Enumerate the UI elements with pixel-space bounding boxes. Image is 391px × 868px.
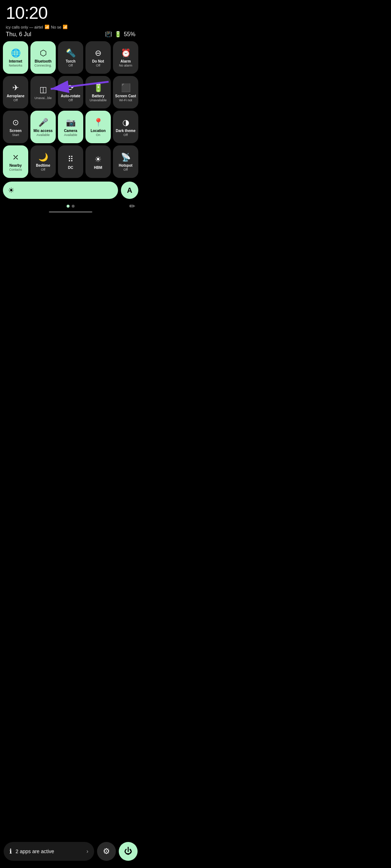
hbm-icon: ☀ bbox=[94, 156, 102, 163]
tile-hbm[interactable]: ☀HBM bbox=[85, 145, 111, 178]
mic-icon: 🎤 bbox=[38, 119, 48, 127]
alarm-label: Alarm bbox=[121, 59, 131, 63]
tile-nearby[interactable]: ⤫NearbyContacts bbox=[3, 145, 28, 178]
nearby-sublabel: Contacts bbox=[9, 168, 22, 172]
quick-settings-grid: 🌐InternetNetworks⬡BluetoothConnecting.🔦T… bbox=[0, 41, 141, 178]
page-dot-1 bbox=[67, 205, 70, 208]
mic-label: Mic access bbox=[34, 129, 53, 133]
screencast-icon: ⬛ bbox=[121, 84, 131, 92]
camera-sublabel: Available bbox=[64, 133, 77, 137]
edit-icon[interactable]: ✏ bbox=[129, 202, 135, 210]
date-battery-row: Thu, 6 Jul 📳 🔋 55% bbox=[0, 31, 141, 41]
tile-bedtime[interactable]: 🌙BedtimeOff bbox=[30, 145, 56, 178]
hotspot-label: Hotspot bbox=[119, 163, 133, 167]
internet-icon: 🌐 bbox=[11, 49, 21, 57]
do-not-icon: ⊖ bbox=[95, 49, 101, 57]
darktheme-icon: ◑ bbox=[122, 119, 129, 127]
battery-icon: 🔋 bbox=[114, 31, 122, 38]
darktheme-sublabel: Off bbox=[123, 133, 128, 137]
tile-screencast[interactable]: ⬛Screen CastWi-Fi not bbox=[113, 76, 138, 109]
hotspot-sublabel: Off bbox=[123, 168, 128, 172]
status-bar: 10:20 icy calls only — airtel 📶 No se 📶 bbox=[0, 0, 141, 31]
date-display: Thu, 6 Jul bbox=[6, 31, 31, 38]
home-indicator bbox=[49, 211, 92, 213]
tile-do-not[interactable]: ⊖Do NotOff bbox=[85, 41, 111, 74]
carrier1-text: icy calls only — airtel bbox=[6, 25, 43, 29]
tile-location[interactable]: 📍LocationOn bbox=[85, 111, 111, 143]
darktheme-label: Dark theme bbox=[116, 129, 135, 133]
signal2-icon: 📶 bbox=[63, 25, 68, 29]
brightness-row[interactable]: ☀ A bbox=[0, 178, 141, 200]
screencast-label: Screen Cast bbox=[115, 94, 136, 98]
camera-label: Camera bbox=[64, 129, 77, 133]
page-indicator: ✏ bbox=[0, 200, 141, 209]
tile-screen[interactable]: ⊙ScreenStart bbox=[3, 111, 28, 143]
time-display: 10:20 bbox=[6, 4, 68, 22]
tile-auto-rotate[interactable]: ⟳Auto-rotateOff bbox=[58, 76, 83, 109]
bluetooth-sublabel: Connecting. bbox=[34, 64, 52, 68]
tile-alarm[interactable]: ⏰AlarmNo alarm bbox=[113, 41, 138, 74]
battery-percent: 55% bbox=[124, 31, 135, 38]
carrier2-text: No se bbox=[51, 25, 62, 29]
alarm-sublabel: No alarm bbox=[119, 64, 133, 68]
signal-icon: 📶 bbox=[45, 25, 50, 29]
auto-brightness-icon: A bbox=[127, 186, 132, 195]
tile-torch[interactable]: 🔦TorchOff bbox=[58, 41, 83, 74]
brightness-icon: ☀ bbox=[8, 186, 14, 195]
tile-bluetooth[interactable]: ⬡BluetoothConnecting. bbox=[30, 41, 56, 74]
bluetooth-label: Bluetooth bbox=[35, 59, 52, 63]
alarm-icon: ⏰ bbox=[121, 49, 131, 57]
dc-label: DC bbox=[68, 166, 73, 170]
nearby-label: Nearby bbox=[9, 163, 22, 167]
brightness-slider[interactable]: ☀ bbox=[3, 182, 118, 199]
page-dot-2 bbox=[72, 205, 75, 208]
battery-label: Battery bbox=[92, 94, 104, 98]
tile-dc[interactable]: ⠿DC bbox=[58, 145, 83, 178]
auto-rotate-sublabel: Off bbox=[68, 99, 73, 102]
camera-icon: 📷 bbox=[66, 119, 76, 127]
tile-battery[interactable]: 🔋BatteryUnavailable bbox=[85, 76, 111, 109]
auto-rotate-label: Auto-rotate bbox=[61, 94, 80, 98]
battery-icon: 🔋 bbox=[93, 84, 103, 92]
screencast-sublabel: Wi-Fi not bbox=[119, 99, 132, 102]
torch-label: Torch bbox=[66, 59, 75, 63]
aeroplane-sublabel: Off bbox=[13, 99, 18, 102]
dc-icon: ⠿ bbox=[68, 156, 73, 163]
screen-icon: ⊙ bbox=[12, 119, 19, 127]
screen-sublabel: Start bbox=[12, 133, 19, 137]
do-not-sublabel: Off bbox=[96, 64, 100, 68]
wifi-sublabel: Unavai...ble bbox=[34, 97, 52, 100]
auto-rotate-icon: ⟳ bbox=[67, 84, 74, 92]
bluetooth-icon: ⬡ bbox=[40, 49, 47, 57]
torch-sublabel: Off bbox=[68, 64, 73, 68]
tile-hotspot[interactable]: 📡HotspotOff bbox=[113, 145, 138, 178]
location-sublabel: On bbox=[96, 133, 100, 137]
battery-sublabel: Unavailable bbox=[89, 99, 106, 102]
hbm-label: HBM bbox=[94, 166, 102, 170]
battery-indicator: 📳 🔋 55% bbox=[105, 31, 135, 38]
bedtime-sublabel: Off bbox=[41, 168, 45, 172]
hotspot-icon: 📡 bbox=[121, 153, 131, 161]
screen-label: Screen bbox=[9, 129, 21, 133]
tile-camera[interactable]: 📷CameraAvailable bbox=[58, 111, 83, 143]
nearby-icon: ⤫ bbox=[12, 153, 19, 161]
tile-mic[interactable]: 🎤Mic accessAvailable bbox=[30, 111, 56, 143]
mic-sublabel: Available bbox=[37, 133, 50, 137]
auto-brightness-toggle[interactable]: A bbox=[121, 182, 138, 199]
aeroplane-label: Aeroplane bbox=[7, 94, 25, 98]
tile-wifi[interactable]: ◫Unavai...ble bbox=[30, 76, 56, 109]
bedtime-label: Bedtime bbox=[36, 163, 50, 167]
torch-icon: 🔦 bbox=[66, 49, 76, 57]
wifi-icon: ◫ bbox=[39, 86, 47, 94]
location-label: Location bbox=[91, 129, 106, 133]
tile-darktheme[interactable]: ◑Dark themeOff bbox=[113, 111, 138, 143]
carrier-info: icy calls only — airtel 📶 No se 📶 bbox=[6, 22, 68, 29]
internet-label: Internet bbox=[9, 59, 22, 63]
internet-sublabel: Networks bbox=[9, 64, 22, 68]
do-not-label: Do Not bbox=[92, 59, 104, 63]
tile-internet[interactable]: 🌐InternetNetworks bbox=[3, 41, 28, 74]
vibrate-icon: 📳 bbox=[105, 31, 112, 38]
bedtime-icon: 🌙 bbox=[38, 153, 48, 161]
location-icon: 📍 bbox=[93, 119, 103, 127]
tile-aeroplane[interactable]: ✈AeroplaneOff bbox=[3, 76, 28, 109]
